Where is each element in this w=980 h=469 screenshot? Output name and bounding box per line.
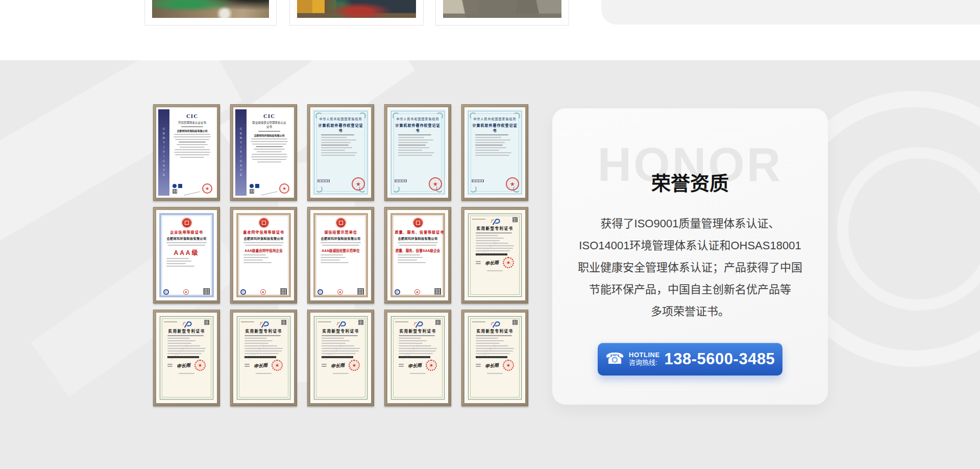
certificate-thumbnail[interactable]: 中华人民共和国国家版权局计算机软件著作权登记证书★ [384, 104, 451, 201]
qr-code-icon [435, 320, 440, 325]
cic-square-logo [178, 184, 182, 188]
certificate-mat: 诚信经营示范单位合肥珂玛环保科技有限公司AAA级诚信经营示范单位C★ [310, 210, 371, 300]
text-line [399, 335, 435, 336]
commissioner-signature: 申长雨 [407, 361, 422, 369]
certificate-thumbnail[interactable]: CERTIFICATECIC环境管理体系认证证书合肥珂玛环保科技有限公司★ [153, 104, 220, 201]
text-line [476, 263, 481, 264]
text-line [180, 147, 205, 148]
text-line [321, 145, 349, 146]
hotline-button[interactable]: ☎ HOTLINE 咨询热线: 138-5600-3485 [598, 343, 782, 376]
text-line [476, 235, 498, 236]
cnipa-logo-icon [181, 321, 192, 327]
certificate-thumbnail[interactable]: 实用新型专利证书申长雨★CNIPA [153, 310, 220, 406]
text-line [476, 366, 481, 367]
description-line: 节能环保产品，中国自主创新名优产品等 [568, 278, 813, 300]
certificate-thumbnail[interactable]: 重合同守信用等级证书合肥珂玛环保科技有限公司AAA级重合同守信用企业C★ [230, 207, 297, 303]
text-line [476, 232, 512, 233]
cnipa-watermark: CNIPA [168, 342, 191, 362]
corner-ornament-icon [359, 112, 366, 120]
text-line [166, 266, 194, 267]
gallery-card-2[interactable] [289, 0, 424, 26]
text-line [475, 147, 506, 148]
qr-code-icon [204, 320, 209, 325]
issuer-logo: CIC [173, 113, 212, 119]
text-line [166, 263, 186, 264]
text-line [321, 139, 356, 140]
certificate-number-line [472, 219, 485, 220]
certificate-thumbnail[interactable]: 实用新型专利证书申长雨★CNIPA [230, 310, 297, 406]
text-line [244, 364, 250, 365]
certificate-paper: 实用新型专利证书申长雨★CNIPA [235, 315, 292, 401]
credit-emblem-icon: C [317, 289, 323, 295]
honor-description: 获得了ISO9001质量管理体系认证、 ISO14001环境管理体系认证和OHS… [568, 213, 813, 322]
certificate-thumbnail[interactable]: 实用新型专利证书申长雨★CNIPA [384, 310, 451, 406]
text-line [168, 245, 205, 246]
qr-and-marks [173, 184, 182, 194]
certificate-title: 实用新型专利证书 [318, 328, 362, 333]
certificate-paper: 企业信用等级证书合肥珂玛环保科技有限公司AAA级C★ [158, 212, 215, 298]
text-line [244, 338, 267, 339]
certificate-mat: 重合同守信用等级证书合肥珂玛环保科技有限公司AAA级重合同守信用企业C★ [233, 210, 294, 300]
text-line [399, 245, 436, 246]
certificate-paper: 中华人民共和国国家版权局计算机软件著作权登记证书★ [312, 109, 369, 196]
issuing-authority: 中华人民共和国国家版权局 [394, 116, 442, 121]
signer-label-lines [476, 260, 481, 265]
certificate-paper: 中华人民共和国国家版权局计算机软件著作权登记证书★ [389, 109, 446, 196]
cic-square-logo [255, 184, 259, 188]
certificate-paper: CERTIFICATECIC环境管理体系认证证书合肥珂玛环保科技有限公司★ [158, 109, 215, 196]
gallery-card-1[interactable] [144, 0, 277, 26]
issuer-logo: CIC [250, 113, 289, 119]
patent-seal-icon: ★ [503, 257, 514, 268]
text-line [321, 257, 346, 258]
text-line [179, 373, 194, 374]
corner-ornament-icon [470, 112, 477, 120]
certificate-paper: 实用新型专利证书申长雨★CNIPA [312, 315, 369, 401]
cnipa-logo-icon [489, 218, 501, 225]
certificate-title: 计算机软件著作权登记证书 [471, 123, 519, 133]
grade-label: AAA级诚信经营示范单位 [317, 248, 363, 253]
hotline-labels: HOTLINE 咨询热线: [629, 351, 660, 367]
certificate-number-line [241, 321, 254, 322]
certificate-thumbnail[interactable]: 企业信用等级证书合肥珂玛环保科技有限公司AAA级C★ [153, 207, 220, 303]
honor-section: CERTIFICATECIC环境管理体系认证证书合肥珂玛环保科技有限公司★CER… [0, 60, 980, 469]
certificate-thumbnail[interactable]: 实用新型专利证书申长雨★CNIPA [461, 207, 528, 303]
certificate-thumbnail[interactable]: 中华人民共和国国家版权局计算机软件著作权登记证书★ [461, 104, 528, 201]
issuing-authority: 中华人民共和国国家版权局 [317, 116, 364, 121]
certificate-title: 实用新型专利证书 [473, 328, 517, 333]
star-medal-icon: ★ [260, 289, 266, 295]
text-line [244, 335, 281, 336]
logo-row [250, 184, 259, 188]
text-line [321, 137, 347, 138]
certificate-thumbnail[interactable]: 质量、服务、信誉等级证书合肥珂玛环保科技有限公司质量、服务、信誉AAA级企业C★ [384, 207, 451, 303]
text-line [167, 340, 195, 341]
certificate-side-band: CERTIFICATE [235, 109, 247, 196]
red-seal-icon: ★ [352, 177, 365, 191]
text-line [475, 152, 511, 153]
certificate-thumbnail[interactable]: 实用新型专利证书申长雨★CNIPA [307, 310, 374, 406]
certificate-thumbnail[interactable]: 实用新型专利证书申长雨★CNIPA [461, 310, 528, 406]
text-line [476, 335, 512, 336]
certificate-thumbnail[interactable]: CERTIFICATECIC职业健康安全管理体系认证证书合肥珂玛环保科技有限公司… [230, 104, 297, 201]
signature-line [261, 192, 277, 196]
certificate-mat: 企业信用等级证书合肥珂玛环保科技有限公司AAA级C★ [156, 210, 217, 300]
qr-code-icon [250, 189, 254, 194]
logo-row [173, 184, 182, 188]
text-line [245, 245, 282, 246]
cnipa-logo-icon [335, 321, 347, 327]
text-line [487, 270, 503, 271]
certificate-thumbnail[interactable]: 中华人民共和国国家版权局计算机软件著作权登记证书★ [307, 104, 374, 201]
text-line [243, 254, 266, 255]
gallery-card-3[interactable] [435, 0, 569, 26]
credit-emblem-icon: C [240, 289, 246, 295]
cnipa-logo-icon [258, 321, 270, 327]
certificate-thumbnail[interactable]: 诚信经营示范单位合肥珂玛环保科技有限公司AAA级诚信经营示范单位C★ [307, 207, 374, 303]
certificate-mat: 实用新型专利证书申长雨★CNIPA [310, 313, 371, 403]
excavation-site-photo [152, 0, 269, 18]
text-line [476, 248, 513, 249]
signature-row: 申长雨★ [476, 257, 514, 268]
text-line [487, 373, 503, 374]
text-line [243, 262, 272, 263]
text-line [174, 136, 211, 137]
barcode-icon [472, 179, 484, 182]
top-rounded-panel [601, 0, 980, 25]
